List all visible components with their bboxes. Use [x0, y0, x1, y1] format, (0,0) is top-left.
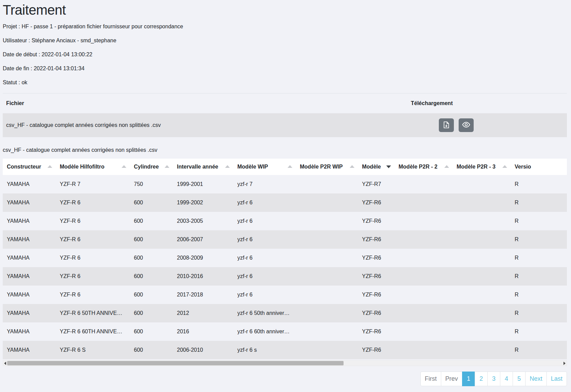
page-button-3[interactable]: 3	[487, 372, 500, 386]
preview-file-button[interactable]	[459, 118, 474, 132]
info-line: Date de fin : 2022-01-04 13:01:34	[3, 65, 567, 72]
column-header-cylindree[interactable]: Cylindree	[130, 159, 173, 175]
table-cell	[296, 175, 358, 193]
page-button-4[interactable]: 4	[500, 372, 513, 386]
table-row: YAMAHAYZF-R 6 S6002006-2010yzf-r 6 sYZF-…	[3, 341, 567, 359]
column-header-mod-le-hilfofiltro[interactable]: Modèle Hilfofiltro	[56, 159, 130, 175]
column-header-versio[interactable]: Versio	[511, 159, 567, 175]
table-cell: 1999-2002	[173, 193, 233, 212]
table-cell	[296, 193, 358, 212]
table-cell	[296, 286, 358, 304]
column-header-label: Cylindree	[134, 164, 159, 170]
table-cell: YZF-R6	[358, 230, 394, 249]
table-cell: yzf-r 6	[233, 249, 296, 267]
table-cell: YAMAHA	[3, 341, 56, 359]
table-cell: 2006-2010	[173, 341, 233, 359]
table-cell	[394, 230, 452, 249]
table-cell	[296, 341, 358, 359]
table-row: YAMAHAYZF-R 66002003-2005yzf-r 6YZF-R6R	[3, 212, 567, 230]
page-button-2[interactable]: 2	[475, 372, 488, 386]
page-button-last[interactable]: Last	[546, 372, 567, 386]
table-row: YAMAHAYZF-R 66001999-2002yzf-r 6YZF-R6R	[3, 193, 567, 212]
horizontal-scrollbar[interactable]	[3, 360, 567, 366]
table-cell: YZF-R7	[358, 175, 394, 193]
table-cell	[296, 212, 358, 230]
sort-asc-icon	[47, 165, 52, 168]
table-cell: YZF-R 6 50TH ANNIVE…	[56, 304, 130, 322]
column-header-label: Modèle P2R WIP	[300, 164, 343, 170]
table-row: YAMAHAYZF-R 66002008-2009yzf-r 6YZF-R6R	[3, 249, 567, 267]
scroll-right-icon[interactable]	[563, 362, 566, 365]
table-cell	[452, 230, 511, 249]
table-cell: 2008-2009	[173, 249, 233, 267]
table-cell: YAMAHA	[3, 193, 56, 212]
table-cell: 600	[130, 304, 173, 322]
download-file-button[interactable]	[439, 118, 454, 132]
table-cell: yzf-r 6	[233, 212, 296, 230]
table-cell: YAMAHA	[3, 322, 56, 341]
table-cell: yzf-r 6	[233, 267, 296, 286]
table-cell: YZF-R 6 S	[56, 341, 130, 359]
table-cell: 600	[130, 193, 173, 212]
table-cell: YAMAHA	[3, 175, 56, 193]
sort-desc-icon	[386, 165, 391, 168]
column-header-mod-le-p2r-wip[interactable]: Modèle P2R WIP	[296, 159, 358, 175]
table-cell	[394, 322, 452, 341]
file-table: Fichier Téléchargement csv_HF - catalogu…	[3, 93, 567, 137]
table-cell: YZF-R6	[358, 322, 394, 341]
horizontal-scrollbar-thumb[interactable]	[7, 361, 344, 365]
table-cell: 2010-2016	[173, 267, 233, 286]
table-cell	[452, 175, 511, 193]
table-cell	[394, 286, 452, 304]
table-cell	[296, 322, 358, 341]
download-column-header: Téléchargement	[408, 100, 567, 106]
table-cell	[452, 341, 511, 359]
page-button-prev[interactable]: Prev	[441, 372, 462, 386]
file-name: csv_HF - catalogue complet années corrig…	[3, 122, 408, 128]
table-cell: YZF-R 7	[56, 175, 130, 193]
table-caption: csv_HF - catalogue complet années corrig…	[3, 147, 567, 153]
info-line: Projet : HF - passe 1 - préparation fich…	[3, 23, 567, 30]
table-cell: YZF-R 6	[56, 212, 130, 230]
page-button-first[interactable]: First	[420, 372, 441, 386]
table-cell: YZF-R 6	[56, 249, 130, 267]
file-column-header: Fichier	[3, 100, 408, 106]
column-header-mod-le-wip[interactable]: Modèle WIP	[233, 159, 296, 175]
page-button-5[interactable]: 5	[513, 372, 526, 386]
table-cell: R	[511, 341, 567, 359]
sort-asc-icon	[350, 165, 354, 168]
column-header-mod-le[interactable]: Modèle	[358, 159, 394, 175]
table-cell: 2016	[173, 322, 233, 341]
table-cell: YZF-R 6	[56, 193, 130, 212]
table-row: YAMAHAYZF-R 66002006-2007yzf-r 6YZF-R6R	[3, 230, 567, 249]
table-cell: 2012	[173, 304, 233, 322]
column-header-intervalle-ann-e[interactable]: Intervalle année	[173, 159, 233, 175]
table-cell: 2003-2005	[173, 212, 233, 230]
column-header-label: Modèle P2R - 2	[399, 164, 437, 170]
table-cell	[296, 304, 358, 322]
scroll-left-icon[interactable]	[4, 362, 6, 365]
sort-asc-icon	[444, 165, 449, 168]
table-cell: YZF-R6	[358, 267, 394, 286]
table-cell: yzf-r 6	[233, 286, 296, 304]
column-header-mod-le-p2r-3[interactable]: Modèle P2R - 3	[452, 159, 511, 175]
table-cell: yzf-r 6	[233, 193, 296, 212]
table-cell	[394, 341, 452, 359]
table-cell	[394, 267, 452, 286]
table-cell: R	[511, 193, 567, 212]
column-header-mod-le-p2r-2[interactable]: Modèle P2R - 2	[394, 159, 452, 175]
table-cell: YZF-R 6	[56, 267, 130, 286]
table-cell: YZF-R6	[358, 212, 394, 230]
data-table-container: ConstructeurModèle HilfofiltroCylindreeI…	[3, 159, 567, 359]
column-header-constructeur[interactable]: Constructeur	[3, 159, 56, 175]
page-button-1[interactable]: 1	[462, 372, 475, 386]
table-cell: R	[511, 249, 567, 267]
eye-icon	[462, 122, 470, 129]
page-button-next[interactable]: Next	[525, 372, 547, 386]
table-cell: YAMAHA	[3, 304, 56, 322]
table-cell: R	[511, 212, 567, 230]
column-header-label: Modèle P2R - 3	[457, 164, 496, 170]
table-cell: 2017-2018	[173, 286, 233, 304]
table-cell	[452, 304, 511, 322]
table-cell: 2006-2007	[173, 230, 233, 249]
